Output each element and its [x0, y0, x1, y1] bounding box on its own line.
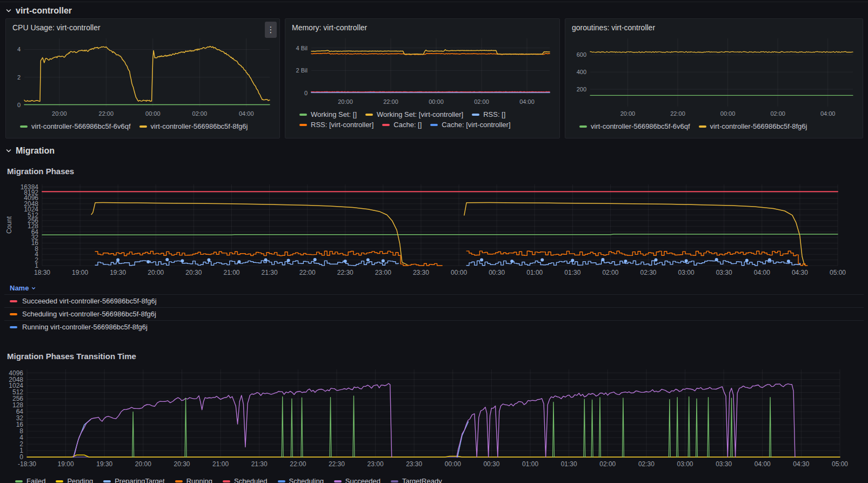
memory-chart[interactable]: 20:0022:0000:0002:0004:0002 Bil4 Bil	[291, 33, 554, 109]
svg-text:04:00: 04:00	[519, 98, 535, 105]
panel-title: Memory: virt-controller	[291, 22, 554, 33]
migration-phases-chart[interactable]: 18:3019:0019:3020:0020:3021:0021:3022:00…	[4, 180, 864, 280]
svg-text:02:30: 02:30	[638, 460, 655, 468]
panel-title: goroutines: virt-controller	[571, 22, 857, 33]
top-panels-row: CPU Usage: virt-controller ⋮ 20:0022:000…	[0, 18, 868, 138]
transition-legend: FailedPendingPreparingTargetRunningSched…	[0, 474, 868, 483]
legend-label: Running virt-controller-566986bc5f-8fg6j	[22, 323, 148, 331]
legend-swatch	[10, 326, 17, 328]
svg-text:22:00: 22:00	[290, 460, 306, 468]
legend-label: Scheduling	[289, 477, 324, 483]
legend-swatch	[223, 480, 230, 482]
svg-text:1: 1	[19, 447, 23, 454]
panel-title: CPU Usage: virt-controller	[11, 22, 274, 33]
memory-legend: Working Set: []Working Set: [virt-contro…	[291, 109, 554, 130]
svg-text:03:00: 03:00	[677, 460, 693, 468]
svg-text:4096: 4096	[9, 369, 23, 377]
svg-text:21:00: 21:00	[223, 269, 239, 276]
svg-text:04:30: 04:30	[792, 269, 808, 276]
legend-label: Working Set: []	[311, 110, 357, 118]
legend-label: virt-controller-566986bc5f-6v6qf	[591, 122, 690, 130]
legend-item[interactable]: virt-controller-566986bc5f-6v6qf	[20, 122, 131, 130]
legend-label: Scheduled	[234, 477, 267, 483]
legend-item[interactable]: virt-controller-566986bc5f-8fg6j	[139, 122, 248, 130]
legend-label: Cache: [virt-controller]	[442, 121, 510, 129]
legend-item[interactable]: Succeeded	[334, 477, 380, 483]
svg-text:04:30: 04:30	[793, 460, 809, 468]
svg-text:16384: 16384	[21, 183, 39, 191]
svg-text:02:00: 02:00	[770, 110, 785, 117]
legend-item[interactable]: Failed	[15, 477, 45, 483]
legend-item[interactable]: RSS: []	[472, 110, 505, 118]
svg-text:20:00: 20:00	[52, 110, 67, 117]
cpu-usage-chart[interactable]: 20:0022:0000:0002:0004:00024	[11, 33, 274, 121]
legend-item[interactable]: virt-controller-566986bc5f-8fg6j	[699, 122, 807, 130]
legend-item[interactable]: Scheduling	[278, 477, 324, 483]
svg-text:1024: 1024	[9, 382, 23, 389]
legend-swatch	[299, 114, 307, 116]
legend-item[interactable]: PreparingTarget	[103, 477, 165, 483]
svg-text:20:30: 20:30	[185, 269, 202, 276]
legend-label: Cache: []	[393, 121, 422, 129]
svg-text:200: 200	[577, 86, 586, 92]
section-header-virt-controller[interactable]: virt-controller	[0, 2, 76, 18]
svg-text:20:00: 20:00	[135, 460, 151, 468]
legend-swatch	[299, 124, 307, 126]
migration-phases-legend-table: Name Succeeded virt-controller-566986bc5…	[4, 282, 864, 333]
legend-item[interactable]: Working Set: []	[299, 110, 357, 118]
legend-swatch	[382, 124, 390, 126]
svg-text:32: 32	[16, 414, 24, 422]
legend-item[interactable]: virt-controller-566986bc5f-6v6qf	[579, 122, 690, 130]
svg-text:400: 400	[577, 69, 586, 75]
legend-item[interactable]: Scheduled	[223, 477, 267, 483]
svg-text:-18:30: -18:30	[18, 460, 36, 468]
svg-text:01:30: 01:30	[564, 269, 580, 276]
legend-swatch	[20, 125, 28, 128]
svg-text:20:00: 20:00	[338, 98, 353, 105]
svg-text:0: 0	[304, 90, 308, 96]
sort-caret-icon	[31, 286, 36, 291]
svg-text:22:00: 22:00	[670, 110, 685, 117]
section-header-migration[interactable]: Migration	[0, 138, 59, 158]
svg-text:0: 0	[17, 102, 21, 108]
legend-table-row[interactable]: Scheduling virt-controller-566986bc5f-8f…	[4, 307, 864, 320]
legend-swatch	[334, 480, 342, 482]
svg-text:05:00: 05:00	[832, 460, 848, 468]
legend-label: virt-controller-566986bc5f-8fg6j	[710, 122, 807, 130]
legend-label: RSS: []	[483, 110, 505, 118]
svg-text:600: 600	[577, 51, 586, 58]
panel-cpu-usage: CPU Usage: virt-controller ⋮ 20:0022:000…	[5, 18, 280, 138]
legend-item[interactable]: Pending	[56, 477, 93, 483]
svg-text:04:00: 04:00	[755, 460, 771, 468]
svg-text:20:30: 20:30	[173, 460, 190, 468]
legend-label: Scheduling virt-controller-566986bc5f-8f…	[22, 310, 156, 318]
svg-text:0: 0	[19, 453, 23, 461]
legend-swatch	[430, 124, 438, 126]
legend-item[interactable]: Working Set: [virt-controller]	[365, 110, 463, 118]
legend-item[interactable]: TargetReady	[391, 477, 442, 483]
svg-text:20:00: 20:00	[148, 269, 164, 276]
legend-item[interactable]: Running	[175, 477, 212, 483]
svg-text:23:30: 23:30	[413, 269, 429, 276]
svg-text:19:00: 19:00	[58, 460, 74, 468]
legend-swatch	[365, 114, 373, 116]
transition-chart[interactable]: -18:3019:0019:3020:0020:3021:0021:3022:0…	[4, 365, 864, 472]
svg-text:02:30: 02:30	[640, 269, 657, 276]
legend-table-row[interactable]: Succeeded virt-controller-566986bc5f-8fg…	[4, 294, 864, 307]
svg-text:8: 8	[19, 427, 23, 435]
panel-menu-button[interactable]: ⋮	[265, 22, 277, 38]
svg-text:23:00: 23:00	[375, 269, 391, 276]
legend-swatch	[579, 125, 587, 128]
kebab-menu-icon: ⋮	[267, 25, 275, 35]
legend-table-row[interactable]: Running virt-controller-566986bc5f-8fg6j	[4, 320, 864, 333]
legend-item[interactable]: RSS: [virt-controller]	[299, 121, 373, 129]
legend-item[interactable]: Cache: [virt-controller]	[430, 121, 510, 129]
legend-item[interactable]: Cache: []	[382, 121, 422, 129]
goroutines-chart[interactable]: 20:0022:0000:0002:0004:00200400600	[571, 33, 857, 121]
legend-swatch	[10, 300, 17, 302]
svg-text:01:00: 01:00	[526, 269, 543, 276]
legend-label: virt-controller-566986bc5f-6v6qf	[31, 122, 131, 130]
svg-text:00:00: 00:00	[720, 110, 736, 117]
legend-sort-name[interactable]: Name	[4, 282, 36, 294]
legend-swatch	[139, 125, 147, 128]
